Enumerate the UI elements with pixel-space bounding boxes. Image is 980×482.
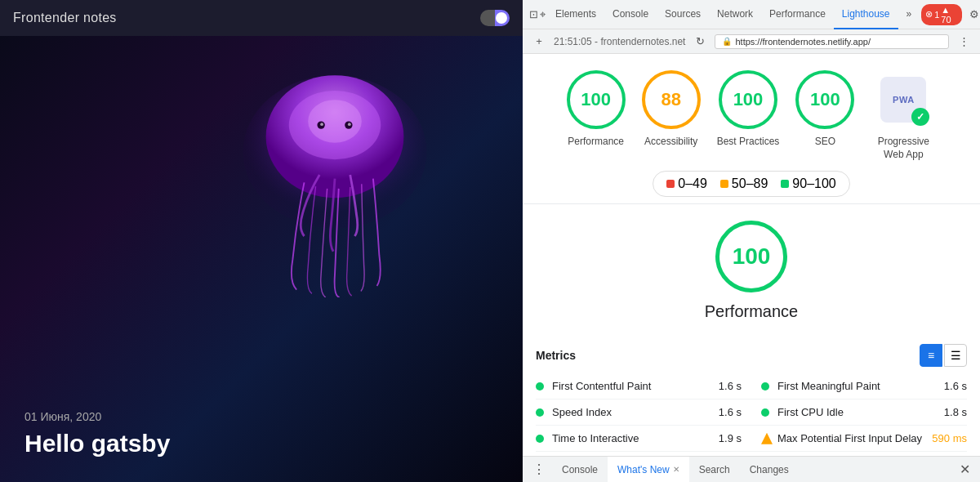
settings-icon[interactable]: ⚙: [965, 5, 980, 25]
metric-value-fcp: 1.6 s: [701, 380, 742, 392]
jellyfish-image: [212, 52, 457, 297]
hero-text: 01 Июня, 2020 Hello gatsby: [24, 410, 170, 457]
security-icon: 🔒: [722, 37, 732, 46]
pwa-badge: PWA ✓: [880, 77, 926, 123]
hero-heading: Hello gatsby: [24, 430, 170, 457]
hero-date: 01 Июня, 2020: [24, 410, 170, 423]
hero-image: 01 Июня, 2020 Hello gatsby: [0, 36, 523, 482]
metric-name-si: Speed Index: [552, 406, 701, 418]
pwa-check-icon: ✓: [911, 108, 929, 126]
accessibility-score-value: 88: [661, 89, 680, 110]
metric-value-fmp: 1.6 s: [926, 380, 967, 392]
legend-item-average: 50–89: [720, 176, 768, 191]
legend-range-pass: 90–100: [792, 176, 835, 191]
legend: 0–49 50–89 90–100: [653, 171, 849, 197]
list-view-button[interactable]: ☰: [944, 344, 967, 367]
address-bar: + 21:51:05 - frontendernotes.net ↻ 🔒 htt…: [523, 29, 980, 54]
new-tab-icon[interactable]: +: [529, 32, 549, 51]
seo-label: SEO: [815, 136, 835, 149]
performance-score-circle: 100: [567, 70, 626, 129]
seo-score-circle: 100: [795, 70, 854, 129]
best-practices-label: Best Practices: [717, 136, 780, 149]
perf-score-large-value: 100: [733, 243, 771, 270]
legend-container: 0–49 50–89 90–100: [523, 171, 980, 197]
metric-name-fci: First CPU Idle: [777, 406, 926, 418]
score-card-seo: 100 SEO: [795, 70, 854, 161]
score-card-performance: 100 Performance: [567, 70, 626, 161]
whats-new-label: What's New: [617, 464, 670, 475]
more-url-icon[interactable]: ⋮: [954, 32, 973, 51]
refresh-icon[interactable]: ↻: [690, 32, 710, 51]
devtools-inspect-btn[interactable]: ⌖: [540, 5, 546, 25]
url-text: https://frontendernotes.netlify.app/: [735, 37, 871, 47]
metric-dot-si: [536, 408, 544, 417]
perf-section-title: Performance: [536, 302, 967, 321]
bottom-tab-whats-new[interactable]: What's New ✕: [608, 457, 689, 483]
url-bar[interactable]: 🔒 https://frontendernotes.netlify.app/: [715, 34, 949, 49]
lighthouse-content: 100 Performance 88 Accessibility 100 Bes…: [523, 54, 980, 456]
bottom-tabbar: ⋮ Console What's New ✕ Search Changes ✕: [523, 456, 980, 482]
metric-value-mpfid: 590 ms: [926, 432, 967, 444]
metric-value-tti: 1.9 s: [701, 432, 742, 444]
legend-dot-green: [781, 180, 789, 188]
legend-dot-orange: [720, 180, 728, 188]
best-practices-score-circle: 100: [719, 70, 777, 129]
score-card-best-practices: 100 Best Practices: [717, 70, 780, 161]
legend-range-fail: 0–49: [678, 176, 707, 191]
svg-point-6: [320, 123, 323, 126]
metric-dot-fmp: [761, 382, 769, 391]
metric-name-tti: Time to Interactive: [552, 432, 701, 444]
grid-view-button[interactable]: ≡: [920, 344, 942, 367]
seo-score-value: 100: [810, 89, 840, 110]
tab-sources[interactable]: Sources: [657, 0, 709, 29]
bottom-tab-changes[interactable]: Changes: [740, 457, 799, 483]
tab-performance[interactable]: Performance: [761, 0, 834, 29]
score-card-accessibility: 88 Accessibility: [642, 70, 701, 161]
metric-name-fmp: First Meaningful Paint: [777, 380, 926, 392]
devtools-topbar: ⊡ ⌖ Elements Console Sources Network Per…: [523, 0, 980, 29]
metric-dot-mpfid: [761, 433, 773, 444]
performance-score-value: 100: [581, 89, 611, 110]
error-badge: ⊗ 1 ▲ 70: [921, 4, 962, 25]
pwa-text: PWA: [893, 95, 915, 105]
close-bottom-panel-icon[interactable]: ✕: [953, 462, 977, 477]
dark-mode-toggle[interactable]: [480, 10, 510, 26]
score-card-pwa: PWA ✓ Progressive Web App: [871, 70, 936, 161]
svg-point-3: [308, 100, 362, 143]
perf-score-large-circle: 100: [715, 221, 787, 292]
tab-more[interactable]: »: [898, 0, 920, 29]
tab-console[interactable]: Console: [604, 0, 657, 29]
metrics-label: Metrics: [536, 349, 576, 362]
metric-dot-fcp: [536, 382, 544, 391]
metric-value-si: 1.6 s: [701, 406, 742, 418]
metric-row-tti: Time to Interactive 1.9 s Max Potential …: [536, 426, 967, 452]
metric-dot-fci: [761, 408, 769, 417]
legend-item-pass: 90–100: [781, 176, 835, 191]
pwa-icon-wrapper: PWA ✓: [874, 70, 933, 129]
score-cards: 100 Performance 88 Accessibility 100 Bes…: [523, 54, 980, 171]
metric-name-mpfid: Max Potential First Input Delay: [777, 432, 926, 444]
error-count: 1: [934, 10, 939, 20]
metric-name-fcp: First Contentful Paint: [552, 380, 701, 392]
top-bar: Frontender notes: [0, 0, 523, 36]
accessibility-label: Accessibility: [644, 136, 697, 149]
whats-new-close-icon[interactable]: ✕: [673, 465, 679, 474]
performance-label: Performance: [568, 136, 624, 149]
bottom-tab-search[interactable]: Search: [689, 457, 740, 483]
bottom-tab-console[interactable]: Console: [552, 457, 608, 483]
performance-section: 100 Performance: [523, 203, 980, 344]
legend-dot-red: [666, 180, 675, 188]
devtools-dock-btn[interactable]: ⊡: [529, 5, 538, 25]
tab-elements[interactable]: Elements: [547, 0, 604, 29]
tab-lighthouse[interactable]: Lighthouse: [834, 0, 898, 29]
legend-item-fail: 0–49: [666, 176, 707, 191]
pwa-label: Progressive Web App: [871, 136, 936, 161]
left-panel: Frontender notes: [0, 0, 523, 482]
address-time: 21:51:05 - frontendernotes.net: [554, 36, 685, 47]
metric-row-fcp: First Contentful Paint 1.6 s First Meani…: [536, 373, 967, 399]
tab-network[interactable]: Network: [709, 0, 761, 29]
metric-value-fci: 1.8 s: [926, 406, 967, 418]
metrics-header: Metrics ≡ ☰: [523, 344, 980, 373]
metrics-grid: First Contentful Paint 1.6 s First Meani…: [523, 373, 980, 452]
bottom-tabbar-menu-icon[interactable]: ⋮: [526, 462, 552, 477]
